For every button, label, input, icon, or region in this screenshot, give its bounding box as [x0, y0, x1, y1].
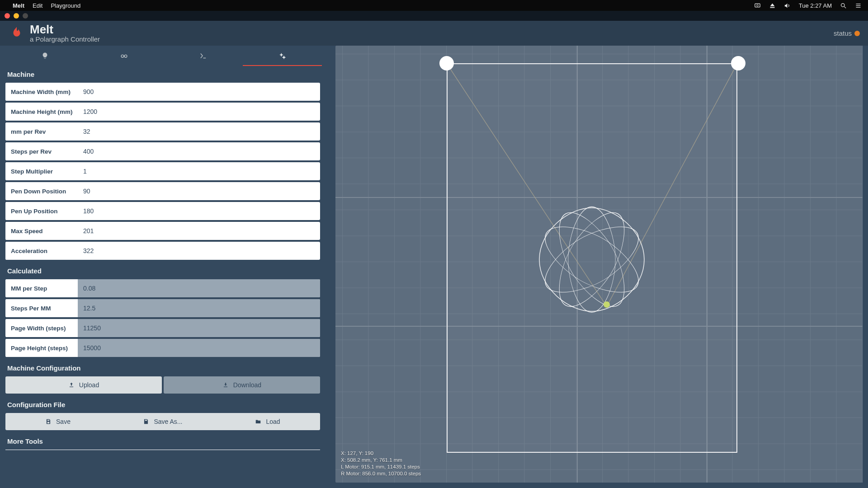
save-icon	[45, 418, 52, 425]
label: Steps per Rev	[5, 142, 78, 160]
window-controls	[0, 11, 868, 21]
svg-point-3	[841, 3, 845, 7]
upload-button[interactable]: Upload	[5, 376, 162, 394]
save-as-icon	[143, 418, 149, 425]
download-label: Download	[233, 381, 261, 389]
field-steps-per-rev: Steps per Rev 400	[5, 142, 320, 160]
save-button[interactable]: Save	[5, 413, 110, 430]
connection-status[interactable]: status	[834, 29, 860, 37]
label: Pen Down Position	[5, 182, 78, 200]
field-pen-down: Pen Down Position 90	[5, 182, 320, 200]
window-close-icon[interactable]	[5, 13, 10, 19]
menubar-clock[interactable]: Tue 2:27 AM	[799, 2, 832, 9]
screen-icon[interactable]	[754, 2, 761, 9]
field-machine-width: Machine Width (mm) 900	[5, 83, 320, 101]
tab-view[interactable]	[85, 46, 164, 66]
tab-settings[interactable]	[243, 46, 322, 66]
value-readonly: 12.5	[78, 299, 320, 317]
download-icon	[222, 382, 229, 388]
glasses-icon	[120, 52, 128, 60]
section-title-config-file: Configuration File	[5, 396, 320, 410]
menubar-item-playground[interactable]: Playground	[51, 2, 80, 9]
preview-canvas[interactable]: X: 127, Y: 190 X: 508.2 mm, Y: 761.1 mm …	[335, 46, 863, 483]
label: Max Speed	[5, 222, 78, 240]
label: Steps Per MM	[5, 299, 78, 317]
label: Page Width (steps)	[5, 319, 78, 337]
label: Pen Up Position	[5, 202, 78, 220]
menu-list-icon[interactable]	[855, 2, 862, 9]
field-pen-up: Pen Up Position 180	[5, 202, 320, 220]
label: Page Height (steps)	[5, 339, 78, 357]
field-mm-per-step: MM per Step 0.08	[5, 279, 320, 297]
field-acceleration: Acceleration 322	[5, 242, 320, 260]
label: mm per Rev	[5, 122, 78, 141]
window-zoom-icon[interactable]	[23, 13, 28, 19]
svg-point-9	[124, 55, 127, 57]
readout-line: L Motor: 915.1 mm, 11439.1 steps	[341, 464, 421, 469]
value-readonly: 11250	[78, 319, 320, 337]
value-input[interactable]: 400	[78, 142, 320, 160]
folder-open-icon	[255, 418, 261, 425]
readout-line: X: 508.2 mm, Y: 761.1 mm	[341, 457, 421, 463]
value-input[interactable]: 90	[78, 182, 320, 200]
app-title: Melt	[30, 23, 100, 35]
upload-icon	[68, 382, 75, 388]
gears-icon	[278, 52, 286, 60]
load-button[interactable]: Load	[215, 413, 320, 430]
svg-rect-2	[770, 7, 774, 8]
value-readonly: 0.08	[78, 279, 320, 297]
value-input[interactable]: 201	[78, 222, 320, 240]
tab-terminal[interactable]	[164, 46, 243, 66]
app-subtitle: a Polargraph Controller	[30, 35, 100, 43]
field-step-multiplier: Step Multiplier 1	[5, 162, 320, 180]
readout-line: X: 127, Y: 190	[341, 450, 421, 456]
value-input[interactable]: 322	[78, 242, 320, 260]
divider	[5, 450, 320, 450]
download-button[interactable]: Download	[164, 376, 320, 394]
readout-line: R Motor: 856.0 mm, 10700.0 steps	[341, 471, 421, 476]
value-input[interactable]: 180	[78, 202, 320, 220]
save-label: Save	[56, 418, 71, 425]
section-title-calculated: Calculated	[5, 263, 320, 277]
svg-line-4	[844, 6, 846, 8]
label: MM per Step	[5, 279, 78, 297]
save-as-button[interactable]: Save As...	[110, 413, 215, 430]
svg-line-15	[607, 63, 737, 306]
settings-panel: Machine Machine Width (mm) 900 Machine H…	[5, 46, 322, 483]
value-readonly: 15000	[78, 339, 320, 357]
value-input[interactable]: 900	[78, 83, 320, 101]
terminal-icon	[199, 52, 207, 60]
volume-icon[interactable]	[784, 2, 791, 9]
svg-rect-0	[755, 4, 760, 7]
section-title-more-tools: More Tools	[5, 433, 320, 447]
field-machine-height: Machine Height (mm) 1200	[5, 103, 320, 121]
lightbulb-icon	[41, 52, 49, 60]
label: Acceleration	[5, 242, 78, 260]
field-max-speed: Max Speed 201	[5, 222, 320, 240]
value-input[interactable]: 1	[78, 162, 320, 180]
tab-idea[interactable]	[5, 46, 85, 66]
plot-svg	[335, 46, 863, 483]
field-mm-per-rev: mm per Rev 32	[5, 122, 320, 141]
section-title-machine-config: Machine Configuration	[5, 360, 320, 374]
svg-point-12	[280, 54, 282, 56]
window-minimize-icon[interactable]	[14, 13, 19, 19]
menubar-appname[interactable]: Melt	[13, 2, 24, 9]
label: Machine Height (mm)	[5, 103, 78, 121]
field-steps-per-mm: Steps Per MM 12.5	[5, 299, 320, 317]
spotlight-icon[interactable]	[840, 2, 847, 9]
svg-point-13	[283, 56, 285, 58]
value-input[interactable]: 1200	[78, 103, 320, 121]
panel-scroll[interactable]: Machine Machine Width (mm) 900 Machine H…	[5, 66, 322, 483]
field-page-width-steps: Page Width (steps) 11250	[5, 319, 320, 337]
value-input[interactable]: 32	[78, 122, 320, 141]
menubar-item-edit[interactable]: Edit	[33, 2, 42, 9]
pen-position-icon	[604, 301, 610, 308]
eject-icon[interactable]	[769, 2, 776, 9]
app-header: Melt a Polargraph Controller status	[0, 21, 868, 46]
load-label: Load	[266, 418, 280, 425]
panel-tabs	[5, 46, 322, 66]
app-logo-icon	[10, 26, 24, 41]
section-title-machine: Machine	[5, 66, 320, 80]
label: Step Multiplier	[5, 162, 78, 180]
